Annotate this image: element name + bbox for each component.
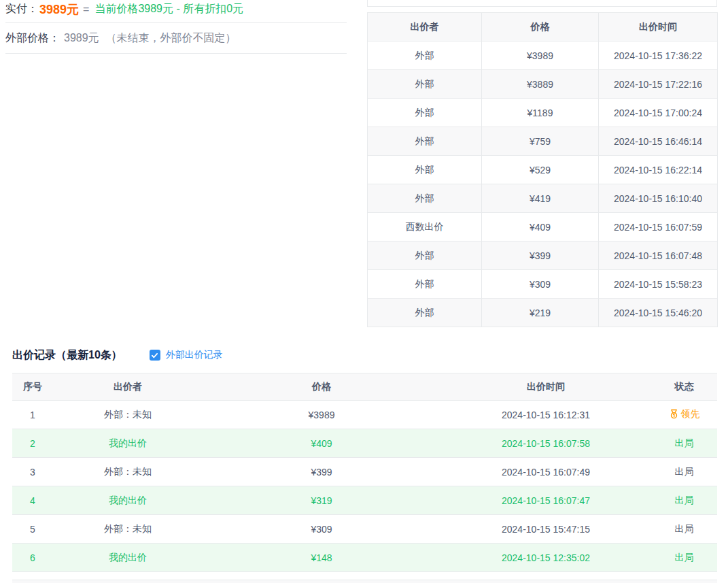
price-cell: ¥309 xyxy=(482,270,599,299)
bidder-cell: 外部 xyxy=(368,184,482,213)
bidder-cell: 外部：未知 xyxy=(53,401,203,429)
bidder-cell: 我的出价 xyxy=(53,544,203,572)
table-row: 外部¥7592024-10-15 16:46:14 xyxy=(368,127,718,156)
bid-records-tbody: 1外部：未知¥39892024-10-15 16:12:31领先2我的出价¥40… xyxy=(12,401,717,572)
seq-cell: 2 xyxy=(12,429,53,458)
price-cell: ¥309 xyxy=(203,515,440,544)
time-cell: 2024-10-15 17:00:24 xyxy=(599,99,718,127)
bidder-cell: 外部 xyxy=(368,270,482,299)
checkbox-checked-icon[interactable] xyxy=(150,350,160,361)
price-cell: ¥409 xyxy=(203,429,440,458)
bidder-cell: 外部 xyxy=(368,299,482,327)
seq-cell: 5 xyxy=(12,515,53,544)
bid-records-title: 出价记录（最新10条） xyxy=(12,348,122,363)
leading-status-badge: 领先 xyxy=(669,408,700,420)
status-cell: 出局 xyxy=(651,544,717,572)
external-price-note: （未结束，外部价不固定） xyxy=(106,31,237,46)
time-cell: 2024-10-15 15:46:20 xyxy=(599,299,718,327)
price-cell: ¥1189 xyxy=(482,99,599,127)
price-cell: ¥219 xyxy=(482,299,599,327)
table-row: 外部¥4192024-10-15 16:10:40 xyxy=(368,184,718,213)
time-cell: 2024-10-15 16:46:14 xyxy=(599,127,718,156)
table-row: 1外部：未知¥39892024-10-15 16:12:31领先 xyxy=(12,401,717,429)
table-row: 外部¥38892024-10-15 17:22:16 xyxy=(368,70,718,99)
price-cell: ¥148 xyxy=(203,544,440,572)
table-row: 2我的出价¥4092024-10-15 16:07:58出局 xyxy=(12,429,717,458)
paid-label: 实付： xyxy=(5,2,38,16)
table-row: 外部¥39892024-10-15 17:36:22 xyxy=(368,41,718,70)
external-bids-panel: 出价者价格出价时间 外部¥39892024-10-15 17:36:22外部¥3… xyxy=(367,0,717,327)
status-cell: 出局 xyxy=(651,486,717,515)
table-row: 外部¥5292024-10-15 16:22:14 xyxy=(368,156,718,184)
seq-cell: 3 xyxy=(12,458,53,486)
time-cell: 2024-10-15 15:47:15 xyxy=(440,515,651,544)
time-cell: 2024-10-15 16:10:40 xyxy=(599,184,718,213)
price-formula: 当前价格3989元 - 所有折扣0元 xyxy=(94,2,243,16)
bidder-cell: 外部：未知 xyxy=(53,515,203,544)
time-cell: 2024-10-15 16:12:31 xyxy=(440,401,651,429)
status-cell: 出局 xyxy=(651,429,717,458)
column-header: 出价者 xyxy=(368,13,482,41)
bidder-cell: 我的出价 xyxy=(53,429,203,458)
next-row-sliver xyxy=(12,580,717,583)
price-cell: ¥3989 xyxy=(482,41,599,70)
bidder-cell: 外部 xyxy=(368,127,482,156)
price-cell: ¥529 xyxy=(482,156,599,184)
status-cell: 出局 xyxy=(651,458,717,486)
payment-summary: 实付： 3989元 = 当前价格3989元 - 所有折扣0元 外部价格： 398… xyxy=(5,0,347,54)
column-header: 出价者 xyxy=(53,373,203,401)
status-text: 领先 xyxy=(681,408,700,420)
external-records-checkbox[interactable]: 外部出价记录 xyxy=(150,349,223,361)
bidder-cell: 外部 xyxy=(368,70,482,99)
price-cell: ¥3889 xyxy=(482,70,599,99)
paid-value: 3989元 xyxy=(39,1,79,18)
external-bids-header-row: 出价者价格出价时间 xyxy=(368,13,718,41)
cutoff-element-sliver xyxy=(367,0,717,7)
price-cell: ¥759 xyxy=(482,127,599,156)
column-header: 价格 xyxy=(482,13,599,41)
external-price-label: 外部价格： xyxy=(5,31,60,46)
bidder-cell: 外部 xyxy=(368,99,482,127)
time-cell: 2024-10-15 12:35:02 xyxy=(440,544,651,572)
external-bids-table: 出价者价格出价时间 外部¥39892024-10-15 17:36:22外部¥3… xyxy=(367,12,718,327)
price-cell: ¥319 xyxy=(203,486,440,515)
bid-records-table: 序号出价者价格出价时间状态 1外部：未知¥39892024-10-15 16:1… xyxy=(12,373,717,572)
time-cell: 2024-10-15 17:22:16 xyxy=(599,70,718,99)
status-cell: 出局 xyxy=(651,515,717,544)
bidder-cell: 外部 xyxy=(368,156,482,184)
table-row: 外部¥3092024-10-15 15:58:23 xyxy=(368,270,718,299)
bid-records-header: 出价记录（最新10条） 外部出价记录 xyxy=(12,346,717,365)
external-price-value: 3989元 xyxy=(64,31,99,46)
price-cell: ¥3989 xyxy=(203,401,440,429)
paid-line: 实付： 3989元 = 当前价格3989元 - 所有折扣0元 xyxy=(5,0,347,23)
status-cell: 领先 xyxy=(651,401,717,429)
bidder-cell: 外部 xyxy=(368,41,482,70)
table-row: 4我的出价¥3192024-10-15 16:07:47出局 xyxy=(12,486,717,515)
bidder-cell: 西数出价 xyxy=(368,213,482,241)
external-price-line: 外部价格： 3989元 （未结束，外部价不固定） xyxy=(5,23,347,54)
table-row: 外部¥2192024-10-15 15:46:20 xyxy=(368,299,718,327)
table-row: 5外部：未知¥3092024-10-15 15:47:15出局 xyxy=(12,515,717,544)
table-row: 西数出价¥4092024-10-15 16:07:59 xyxy=(368,213,718,241)
time-cell: 2024-10-15 16:07:49 xyxy=(440,458,651,486)
bidder-cell: 外部 xyxy=(368,241,482,270)
column-header: 价格 xyxy=(203,373,440,401)
time-cell: 2024-10-15 16:07:48 xyxy=(599,241,718,270)
external-records-checkbox-label[interactable]: 外部出价记录 xyxy=(166,349,223,361)
table-row: 外部¥11892024-10-15 17:00:24 xyxy=(368,99,718,127)
column-header: 序号 xyxy=(12,373,53,401)
column-header: 状态 xyxy=(651,373,717,401)
bidder-cell: 我的出价 xyxy=(53,486,203,515)
price-cell: ¥399 xyxy=(203,458,440,486)
time-cell: 2024-10-15 16:07:58 xyxy=(440,429,651,458)
bid-records-panel: 序号出价者价格出价时间状态 1外部：未知¥39892024-10-15 16:1… xyxy=(12,373,717,572)
bidder-cell: 外部：未知 xyxy=(53,458,203,486)
time-cell: 2024-10-15 15:58:23 xyxy=(599,270,718,299)
equals-sign: = xyxy=(83,3,89,16)
bid-records-header-row: 序号出价者价格出价时间状态 xyxy=(12,373,717,401)
time-cell: 2024-10-15 16:07:59 xyxy=(599,213,718,241)
medal-first-place-icon xyxy=(669,409,679,419)
table-row: 3外部：未知¥3992024-10-15 16:07:49出局 xyxy=(12,458,717,486)
price-cell: ¥419 xyxy=(482,184,599,213)
seq-cell: 4 xyxy=(12,486,53,515)
